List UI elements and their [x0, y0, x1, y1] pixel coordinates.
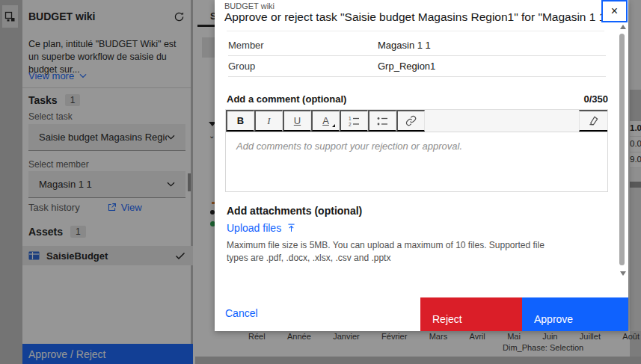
- character-counter: 0/350: [583, 93, 608, 105]
- modal-scrollbar-thumb[interactable]: [619, 34, 625, 265]
- italic-icon: I: [267, 115, 270, 127]
- approve-button[interactable]: Approve: [522, 297, 628, 331]
- app-screen: BUDGET wiki Ce plan, intitulé "BUDGET Wi…: [0, 0, 641, 364]
- underline-icon: U: [294, 115, 301, 126]
- bullet-list-button[interactable]: [368, 110, 396, 132]
- modal-title: Approve or reject task "Saisie budget Ma…: [224, 10, 598, 24]
- toolbar-spacer: [425, 110, 579, 132]
- underline-button[interactable]: U: [283, 110, 311, 132]
- scroll-down-icon[interactable]: [620, 271, 626, 276]
- attachments-heading: Add attachments (optional): [227, 205, 362, 217]
- header-divider: [227, 31, 604, 31]
- svg-text:1: 1: [349, 116, 352, 121]
- link-icon: [405, 115, 417, 126]
- ordered-list-icon: 12: [349, 116, 360, 126]
- clear-formatting-icon: [588, 115, 599, 126]
- clear-formatting-button[interactable]: [579, 110, 607, 132]
- close-button[interactable]: ×: [601, 0, 628, 22]
- group-value: Grp_Region1: [378, 61, 435, 72]
- member-label: Member: [228, 40, 378, 51]
- ordered-list-button[interactable]: 12: [340, 110, 368, 132]
- modal-footer: Cancel Reject Approve: [215, 297, 628, 331]
- group-label: Group: [228, 61, 378, 72]
- comment-label: Add a comment (optional): [227, 93, 346, 105]
- member-value: Magasin 1 1: [378, 40, 431, 51]
- group-row: Group Grp_Region1: [228, 56, 606, 77]
- text-color-button[interactable]: A: [311, 110, 340, 132]
- modal-eyebrow: BUDGET wiki: [224, 1, 275, 10]
- bold-icon: B: [237, 115, 244, 126]
- rich-text-toolbar: B I U A 12: [225, 109, 608, 132]
- svg-text:2: 2: [349, 121, 352, 126]
- bullet-list-icon: [377, 116, 388, 126]
- insert-link-button[interactable]: [396, 110, 425, 132]
- scroll-up-icon[interactable]: [620, 25, 626, 29]
- upload-constraints-text: Maximum file size is 5MB. You can upload…: [227, 239, 565, 264]
- upload-icon: [286, 223, 296, 233]
- modal-scrollbar[interactable]: [619, 25, 628, 276]
- text-color-icon: A: [322, 115, 329, 126]
- comment-input[interactable]: [226, 132, 607, 191]
- member-row: Member Magasin 1 1: [228, 35, 606, 56]
- approve-reject-modal: BUDGET wiki Approve or reject task "Sais…: [215, 0, 628, 331]
- bold-button[interactable]: B: [226, 110, 254, 132]
- reject-button[interactable]: Reject: [420, 297, 522, 331]
- italic-button[interactable]: I: [254, 110, 283, 132]
- cancel-button[interactable]: Cancel: [225, 307, 258, 319]
- upload-files-link[interactable]: Upload files: [227, 222, 296, 234]
- comment-editor: [225, 132, 608, 192]
- close-icon: ×: [611, 4, 618, 18]
